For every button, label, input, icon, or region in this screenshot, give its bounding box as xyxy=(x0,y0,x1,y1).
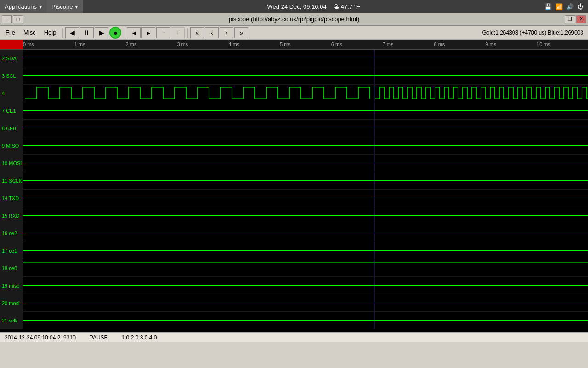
volume-icon: 🔊 xyxy=(566,3,574,10)
channel-label: 17 ce1 xyxy=(0,242,23,259)
channel-label: 8 CE0 xyxy=(0,120,23,137)
ruler-tick: 1 ms xyxy=(74,41,85,47)
timestamp: 2014-12-24 09:10:04.219310 xyxy=(5,334,76,341)
channel-row: 16 ce2 xyxy=(0,224,588,242)
channel-row: 21 sclk xyxy=(0,312,588,329)
restore-button[interactable]: ❐ xyxy=(565,15,575,23)
taskbar-datetime: Wed 24 Dec, 09:16:04 🌤 47.7 °F xyxy=(83,3,544,10)
ruler-tick: 3 ms xyxy=(177,41,188,47)
ruler-ticks: 0 ms1 ms2 ms3 ms4 ms5 ms6 ms7 ms8 ms9 ms… xyxy=(23,40,588,49)
channel-row: 14 TXD xyxy=(0,190,588,207)
maximize-button[interactable]: □ xyxy=(13,15,23,23)
zoom-in-button[interactable]: ▸ xyxy=(141,27,155,38)
channel-signal xyxy=(23,102,588,119)
channel-signal xyxy=(23,50,588,67)
channel-label: 7 CE1 xyxy=(0,102,23,119)
scale-down-button[interactable]: − xyxy=(156,27,170,38)
channel-signal xyxy=(23,172,588,189)
channel-label: 2 SDA xyxy=(0,50,23,67)
channel-label: 3 SCL xyxy=(0,67,23,84)
piscope-menu[interactable]: Piscope ▾ xyxy=(47,0,83,13)
channel-label: 21 sclk xyxy=(0,312,23,329)
stop-button[interactable]: ⏸ xyxy=(80,27,94,38)
channel-signal xyxy=(23,137,588,154)
misc-menu[interactable]: Misc xyxy=(20,28,40,37)
menubar: File Misc Help ◀ ⏸ ▶ ● ◂ ▸ − + « ‹ › » G… xyxy=(0,26,588,40)
piscope-chevron-icon: ▾ xyxy=(75,3,78,10)
file-menu[interactable]: File xyxy=(2,28,19,37)
ruler-tick: 8 ms xyxy=(434,41,445,47)
step-button[interactable]: ▶ xyxy=(95,27,108,38)
hdd-icon: 💾 xyxy=(544,3,552,10)
statusbar: 2014-12-24 09:10:04.219310 PAUSE 1 0 2 0… xyxy=(0,332,588,342)
power-icon: ⏻ xyxy=(577,3,583,10)
channel-label: 10 MOSI xyxy=(0,155,23,172)
applications-chevron-icon: ▾ xyxy=(39,3,42,10)
channel-counts: 1 0 2 0 3 0 4 0 xyxy=(122,334,157,341)
channel-row: 11 SCLK xyxy=(0,172,588,190)
channel-signal xyxy=(23,155,588,172)
channel-row: 10 MOSI xyxy=(0,155,588,172)
channel-label: 20 mosi xyxy=(0,294,23,311)
channels-area: 2 SDA3 SCL47 CE18 CE09 MISO10 MOSI11 SCL… xyxy=(0,50,588,332)
channel-signal xyxy=(23,67,588,84)
channel-label: 16 ce2 xyxy=(0,224,23,242)
applications-label: Applications xyxy=(5,3,37,10)
rewind-button[interactable]: ◀ xyxy=(65,27,79,38)
channel-row: 4 xyxy=(0,85,588,102)
channel-row: 17 ce1 xyxy=(0,242,588,259)
channel-row: 19 miso xyxy=(0,277,588,294)
ruler-tick: 5 ms xyxy=(280,41,291,47)
toolbar-separator-1 xyxy=(62,28,63,38)
channel-row: 7 CE1 xyxy=(0,102,588,120)
close-button[interactable]: ✕ xyxy=(576,15,586,23)
toolbar-separator-2 xyxy=(124,28,124,38)
ruler-tick: 9 ms xyxy=(485,41,496,47)
channel-signal xyxy=(23,259,588,276)
channel-label: 14 TXD xyxy=(0,190,23,207)
channel-label: 18 ce0 xyxy=(0,259,23,276)
channel-label: 19 miso xyxy=(0,277,23,294)
channel-signal xyxy=(23,207,588,224)
wifi-icon: 📶 xyxy=(555,3,563,10)
red-marker xyxy=(0,40,23,50)
channel-signal xyxy=(23,85,588,102)
channel-label: 4 xyxy=(0,85,23,102)
weather-icon: 🌤 xyxy=(333,3,339,10)
next-right-button[interactable]: » xyxy=(234,27,248,38)
ruler-tick: 0 ms xyxy=(23,41,34,47)
titlebar: _ □ piscope (http://abyz.co.uk/rpi/pigpi… xyxy=(0,13,588,26)
minimize-button[interactable]: _ xyxy=(2,15,12,23)
channel-row: 18 ce0 xyxy=(0,259,588,277)
piscope-label: Piscope xyxy=(51,3,73,10)
channel-signal xyxy=(23,277,588,294)
scale-up-button[interactable]: + xyxy=(171,27,185,38)
zoom-out-button[interactable]: ◂ xyxy=(127,27,141,38)
channel-label: 15 RXD xyxy=(0,207,23,224)
channel-row: 2 SDA xyxy=(0,50,588,67)
help-menu[interactable]: Help xyxy=(40,28,60,37)
channel-row: 3 SCL xyxy=(0,67,588,85)
ruler-tick: 10 ms xyxy=(537,41,550,47)
pause-status: PAUSE xyxy=(90,334,108,341)
ruler-tick: 6 ms xyxy=(331,41,342,47)
channel-signal xyxy=(23,224,588,242)
scope-container: 2 SDA3 SCL47 CE18 CE09 MISO10 MOSI11 SCL… xyxy=(0,50,588,332)
window-title: piscope (http://abyz.co.uk/rpi/pigpio/pi… xyxy=(23,16,565,23)
ruler-tick: 7 ms xyxy=(383,41,394,47)
channel-row: 9 MISO xyxy=(0,137,588,155)
channel-label: 9 MISO xyxy=(0,137,23,154)
next-button[interactable]: › xyxy=(220,27,233,38)
channel-signal xyxy=(23,190,588,207)
run-button[interactable]: ● xyxy=(109,27,121,39)
cursor-status: Gold:1.264303 (+4700 us) Blue:1.269003 xyxy=(482,29,586,36)
applications-menu[interactable]: Applications ▾ xyxy=(0,0,47,13)
channel-signal xyxy=(23,242,588,259)
channel-signal xyxy=(23,294,588,311)
ruler-tick: 2 ms xyxy=(126,41,137,47)
prev-left-button[interactable]: « xyxy=(190,27,204,38)
ruler-tick: 4 ms xyxy=(228,41,239,47)
prev-button[interactable]: ‹ xyxy=(205,27,219,38)
channel-signal xyxy=(23,312,588,329)
channel-row: 20 mosi xyxy=(0,294,588,312)
